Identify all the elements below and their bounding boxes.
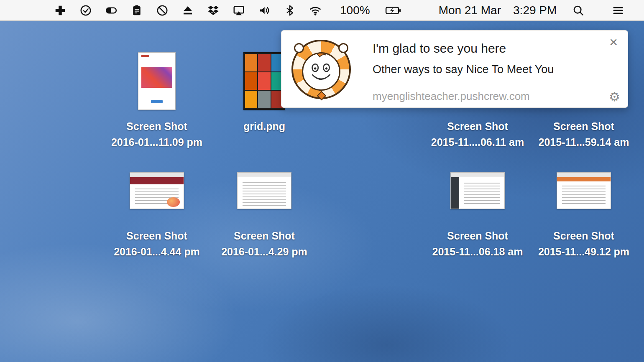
file-name: Screen Shot: [521, 119, 644, 133]
file-thumbnail: [450, 172, 505, 209]
bluetooth-icon[interactable]: [283, 4, 296, 17]
notification-source: myenglishteacher.pushcrew.com: [373, 90, 530, 103]
clock-check-icon[interactable]: [79, 4, 92, 17]
file-thumbnail: [557, 172, 611, 209]
notification-title: I'm glad to see you here: [373, 41, 506, 56]
battery-percent[interactable]: 100%: [340, 4, 370, 17]
health-plus-icon[interactable]: [54, 4, 67, 17]
push-notification[interactable]: I'm glad to see you here Other ways to s…: [281, 30, 628, 108]
menu-clock-time[interactable]: 3:29 PM: [513, 4, 557, 17]
file-name-date: 2016-01...11.09 pm: [94, 135, 220, 149]
file-thumbnail: [138, 52, 176, 110]
file-name: Screen Shot: [521, 229, 644, 243]
file-name: grid.png: [202, 119, 327, 133]
desktop-icon-screenshot-5[interactable]: Screen Shot 2016-01...4.29 pm: [202, 172, 327, 262]
clipboard-icon[interactable]: [130, 4, 143, 17]
file-name: Screen Shot: [94, 119, 220, 133]
desktop-icon-screenshot-4[interactable]: Screen Shot 2016-01...4.44 pm: [94, 172, 220, 262]
eject-icon[interactable]: [181, 4, 194, 17]
file-name: Screen Shot: [202, 229, 327, 243]
close-icon[interactable]: ×: [609, 35, 618, 49]
file-thumbnail: [243, 52, 285, 110]
battery-charging-icon[interactable]: [383, 4, 403, 17]
airplay-icon[interactable]: [232, 4, 245, 17]
gear-icon[interactable]: ⚙: [609, 91, 620, 103]
file-name: Screen Shot: [94, 229, 220, 243]
dropbox-icon[interactable]: [207, 4, 220, 17]
wifi-icon[interactable]: [309, 4, 322, 17]
mascot-image: [291, 40, 351, 99]
file-name-date: 2016-01...4.29 pm: [202, 245, 327, 259]
menu-clock-date[interactable]: Mon 21 Mar: [439, 4, 501, 17]
file-name-date: 2015-11...59.14 am: [521, 135, 644, 149]
file-name-date: 2016-01...4.44 pm: [94, 245, 220, 259]
desktop-icon-screenshot-7[interactable]: Screen Shot 2015-11...49.12 pm: [521, 172, 644, 262]
notification-body: Other ways to say Nice To Meet You: [373, 63, 554, 76]
file-thumbnail: [130, 172, 184, 209]
volume-icon[interactable]: [258, 4, 271, 17]
battery-pill-icon[interactable]: [105, 4, 118, 17]
spotlight-search-icon[interactable]: [572, 4, 585, 17]
desktop-icon-screenshot-1[interactable]: Screen Shot 2016-01...11.09 pm: [94, 52, 220, 153]
file-name-date: 2015-11...49.12 pm: [521, 245, 644, 259]
do-not-disturb-icon[interactable]: [156, 4, 169, 17]
notification-center-icon[interactable]: [611, 4, 625, 17]
menu-bar: 100% Mon 21 Mar 3:29 PM: [0, 0, 644, 21]
file-thumbnail: [237, 172, 291, 209]
